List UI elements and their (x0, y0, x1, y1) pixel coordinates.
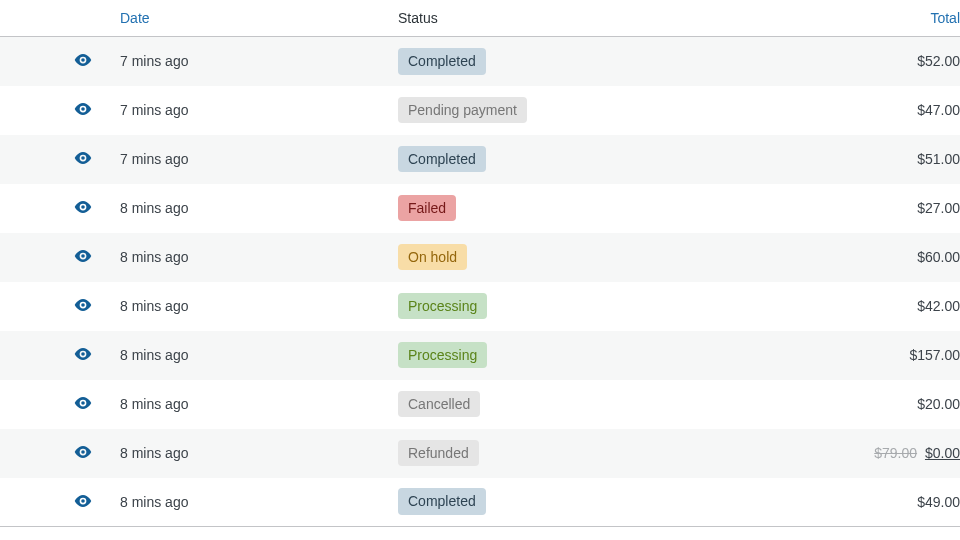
table-row[interactable]: 7 mins ago Pending payment $47.00 (0, 86, 960, 135)
row-total: $79.00 $0.00 (828, 429, 960, 478)
preview-eye-icon[interactable] (74, 103, 92, 115)
final-total: $49.00 (917, 494, 960, 510)
row-date: 7 mins ago (120, 135, 398, 184)
preview-eye-icon[interactable] (74, 348, 92, 360)
column-header-date[interactable]: Date (120, 0, 398, 37)
preview-eye-icon[interactable] (74, 201, 92, 213)
row-total: $47.00 (828, 86, 960, 135)
table-row[interactable]: 8 mins ago Refunded $79.00 $0.00 (0, 429, 960, 478)
row-date: 8 mins ago (120, 233, 398, 282)
row-date: 7 mins ago (120, 37, 398, 86)
column-header-preview (0, 0, 120, 37)
svg-point-3 (81, 205, 85, 209)
row-date: 7 mins ago (120, 86, 398, 135)
final-total: $60.00 (917, 249, 960, 265)
svg-point-6 (81, 352, 85, 356)
row-total: $49.00 (828, 478, 960, 527)
final-total: $0.00 (925, 445, 960, 461)
column-header-total[interactable]: Total (828, 0, 960, 37)
final-total: $52.00 (917, 53, 960, 69)
row-total: $51.00 (828, 135, 960, 184)
svg-point-2 (81, 156, 85, 160)
table-row[interactable]: 8 mins ago Failed $27.00 (0, 184, 960, 233)
preview-eye-icon[interactable] (74, 495, 92, 507)
final-total: $157.00 (909, 347, 960, 363)
svg-point-7 (81, 401, 85, 405)
preview-eye-icon[interactable] (74, 299, 92, 311)
preview-eye-icon[interactable] (74, 54, 92, 66)
svg-point-1 (81, 107, 85, 111)
row-date: 8 mins ago (120, 478, 398, 527)
preview-eye-icon[interactable] (74, 446, 92, 458)
original-total: $79.00 (874, 445, 917, 461)
status-badge: Completed (398, 48, 486, 75)
status-badge: Completed (398, 488, 486, 515)
preview-eye-icon[interactable] (74, 250, 92, 262)
orders-table-header-row: Date Status Total (0, 0, 960, 37)
row-total: $27.00 (828, 184, 960, 233)
table-row[interactable]: 7 mins ago Completed $52.00 (0, 37, 960, 86)
table-row[interactable]: 8 mins ago On hold $60.00 (0, 233, 960, 282)
final-total: $51.00 (917, 151, 960, 167)
preview-eye-icon[interactable] (74, 397, 92, 409)
final-total: $42.00 (917, 298, 960, 314)
status-badge: Processing (398, 342, 487, 369)
row-total: $20.00 (828, 380, 960, 429)
status-badge: Cancelled (398, 391, 480, 418)
final-total: $47.00 (917, 102, 960, 118)
orders-table: Date Status Total 7 mins ago Completed $… (0, 0, 960, 527)
row-date: 8 mins ago (120, 380, 398, 429)
svg-point-4 (81, 254, 85, 258)
table-row[interactable]: 8 mins ago Processing $42.00 (0, 282, 960, 331)
row-total: $42.00 (828, 282, 960, 331)
status-badge: Refunded (398, 440, 479, 467)
row-total: $60.00 (828, 233, 960, 282)
row-date: 8 mins ago (120, 282, 398, 331)
table-row[interactable]: 8 mins ago Cancelled $20.00 (0, 380, 960, 429)
table-row[interactable]: 8 mins ago Completed $49.00 (0, 478, 960, 527)
svg-point-8 (81, 450, 85, 454)
preview-eye-icon[interactable] (74, 152, 92, 164)
column-header-status: Status (398, 0, 828, 37)
status-badge: Pending payment (398, 97, 527, 124)
row-total: $157.00 (828, 331, 960, 380)
row-total: $52.00 (828, 37, 960, 86)
status-badge: Failed (398, 195, 456, 222)
svg-point-0 (81, 58, 85, 62)
row-date: 8 mins ago (120, 429, 398, 478)
table-row[interactable]: 8 mins ago Processing $157.00 (0, 331, 960, 380)
svg-point-9 (81, 499, 85, 503)
row-date: 8 mins ago (120, 331, 398, 380)
final-total: $27.00 (917, 200, 960, 216)
status-badge: Completed (398, 146, 486, 173)
status-badge: Processing (398, 293, 487, 320)
final-total: $20.00 (917, 396, 960, 412)
status-badge: On hold (398, 244, 467, 271)
table-row[interactable]: 7 mins ago Completed $51.00 (0, 135, 960, 184)
row-date: 8 mins ago (120, 184, 398, 233)
svg-point-5 (81, 303, 85, 307)
